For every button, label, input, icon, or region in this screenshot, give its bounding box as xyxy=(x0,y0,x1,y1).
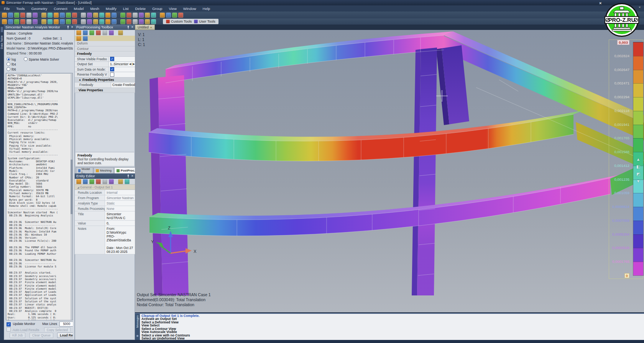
freebody-vector-icon[interactable] xyxy=(83,36,88,41)
fit-view-icon[interactable] xyxy=(145,13,150,18)
freebody-active-icon[interactable] xyxy=(76,36,81,41)
list-icon[interactable] xyxy=(93,13,98,18)
sort-az-icon[interactable] xyxy=(102,179,107,184)
hide-icon[interactable] xyxy=(120,13,125,18)
constraint-icon[interactable] xyxy=(54,19,59,24)
menu-file[interactable]: File xyxy=(4,7,10,11)
entity-row[interactable]: NotesFrom: D:\Work\Kypc PRO-Z\Beam\Stati… xyxy=(75,226,135,254)
select-arrow-icon[interactable] xyxy=(83,30,88,35)
criteria-icon[interactable] xyxy=(105,19,110,24)
deform-section[interactable]: Deform xyxy=(75,41,135,46)
import-icon[interactable] xyxy=(20,13,25,18)
snap-grid-icon[interactable] xyxy=(20,19,25,24)
menu-list[interactable]: List xyxy=(123,7,129,11)
legend-page-icon[interactable]: ◧ xyxy=(634,163,643,170)
export-icon[interactable] xyxy=(26,13,31,18)
freebody-section[interactable]: Freebody xyxy=(75,51,135,57)
render-icon[interactable] xyxy=(160,13,165,18)
data-table-tab[interactable]: Data Table xyxy=(0,35,3,49)
legend-scroll-controls[interactable]: ▲◧◩▼ xyxy=(634,156,643,185)
paste-icon[interactable] xyxy=(54,13,59,18)
show-visible-freebody-row[interactable]: Show Visible Freebo xyxy=(75,57,135,62)
model-tab-untitled[interactable]: Untitled× xyxy=(135,25,155,30)
reset-red-icon[interactable] xyxy=(89,179,94,184)
layers-icon[interactable] xyxy=(8,19,13,24)
log-scrollbar[interactable] xyxy=(71,73,72,320)
contour-section[interactable]: Contour xyxy=(75,46,135,52)
update-monitor-row[interactable]: Update Monitor Max Lines 5000 xyxy=(7,322,73,327)
tab-meshing[interactable]: Meshing xyxy=(94,167,114,173)
draw-icon[interactable] xyxy=(112,13,117,18)
menu-geometry[interactable]: Geometry xyxy=(31,7,48,11)
menu-help[interactable]: Help xyxy=(203,7,210,11)
pin-icon[interactable] xyxy=(127,175,130,178)
menu-tools[interactable]: Tools xyxy=(16,7,25,11)
load-results-button[interactable]: Load Results xyxy=(57,333,73,338)
kill-job-button[interactable]: Kill Job xyxy=(10,333,25,338)
close-icon[interactable]: × xyxy=(131,25,133,29)
radio-row-3[interactable]: f06 xyxy=(7,67,73,71)
entity-row[interactable]: From ProgramSimcenter Nastran xyxy=(75,195,135,201)
rotate-icon[interactable] xyxy=(127,13,131,18)
visibility-icon[interactable] xyxy=(2,19,7,24)
options-icon[interactable] xyxy=(166,13,171,18)
mesh-icon[interactable] xyxy=(33,19,38,24)
max-lines-input[interactable]: 5000 xyxy=(59,322,73,327)
close-icon-small[interactable]: × xyxy=(639,5,641,9)
zoom-icon[interactable] xyxy=(139,13,144,18)
entity-group-header[interactable]: ◢ General - Output Set 1 xyxy=(75,185,135,190)
undo-icon[interactable] xyxy=(33,13,38,18)
entity-select-icon[interactable] xyxy=(99,13,104,18)
render-target-icon[interactable] xyxy=(118,30,123,35)
close-icon[interactable]: × xyxy=(131,174,133,178)
contour-icon[interactable] xyxy=(93,19,98,24)
tools-icon[interactable] xyxy=(172,13,177,18)
redo-icon[interactable] xyxy=(41,13,46,18)
output-set-row[interactable]: Output Set 1..Simcenter ◀▶ xyxy=(75,62,135,67)
menu-modify[interactable]: Modify xyxy=(106,7,117,11)
report-icon[interactable] xyxy=(127,19,131,24)
view-rotate-icon[interactable] xyxy=(105,13,110,18)
radio-row-2[interactable]: f04 xyxy=(7,62,73,66)
close-icon[interactable]: × xyxy=(71,25,73,29)
legend-scroll-down-icon[interactable]: ▼ xyxy=(634,178,643,185)
element-icon[interactable] xyxy=(48,19,53,24)
print-icon[interactable] xyxy=(66,13,71,18)
section-cut-icon[interactable] xyxy=(139,19,144,24)
group-icon[interactable] xyxy=(145,19,150,24)
freebody-properties-header[interactable]: ▲Freebody Properties xyxy=(75,78,135,83)
analysis-log[interactable]: AUTH='25000@LocalHost' AUTHQUE=0 MSGCAT=… xyxy=(6,73,73,320)
toolbox-icon[interactable] xyxy=(76,30,81,35)
material-icon[interactable] xyxy=(66,19,71,24)
paste-icon[interactable] xyxy=(83,179,88,184)
menu-delete[interactable]: Delete xyxy=(135,7,146,11)
legend-scroll-up-icon[interactable]: ▲ xyxy=(634,156,643,163)
graphics-viewport[interactable]: Untitled× xyxy=(135,25,644,312)
pin-icon[interactable] xyxy=(127,26,130,29)
new-model-icon[interactable] xyxy=(2,13,7,18)
update-icon[interactable] xyxy=(89,30,94,35)
model-canvas[interactable]: Z X Y V: 1 L: 1 C: 1 Output Set: Simcent… xyxy=(135,30,644,312)
xy-plot-icon[interactable] xyxy=(120,19,125,24)
results-icon[interactable] xyxy=(87,19,92,24)
import-up-icon[interactable] xyxy=(125,179,130,184)
sum-data-row[interactable]: Sum Data on Node: xyxy=(75,67,135,73)
grid-icon[interactable] xyxy=(109,30,114,35)
picture-copy-icon[interactable] xyxy=(60,13,65,18)
menu-group[interactable]: Group xyxy=(152,7,162,11)
tab-model-info[interactable]: Model I... xyxy=(76,167,93,173)
property-icon[interactable] xyxy=(72,19,77,24)
pin-icon[interactable] xyxy=(67,26,69,29)
geometry-icon[interactable] xyxy=(26,19,31,24)
pan-icon[interactable] xyxy=(133,13,138,18)
view-select-icon[interactable] xyxy=(151,19,156,24)
menu-window[interactable]: Window xyxy=(183,7,196,11)
clear-queue-button[interactable]: Clear Queue xyxy=(30,333,53,338)
freebody-icon[interactable] xyxy=(112,19,117,24)
open-model-icon[interactable] xyxy=(8,13,13,18)
copy-selected-button[interactable]: Copy Selected xyxy=(44,327,71,332)
radio-row-1[interactable]: log Sparse Matrix Solver xyxy=(7,57,73,61)
link-icon[interactable] xyxy=(87,13,92,18)
custom-tools-button[interactable]: Custom Tools xyxy=(166,20,192,23)
reverse-freebody-row[interactable]: Reverse Freebody V xyxy=(75,72,135,78)
